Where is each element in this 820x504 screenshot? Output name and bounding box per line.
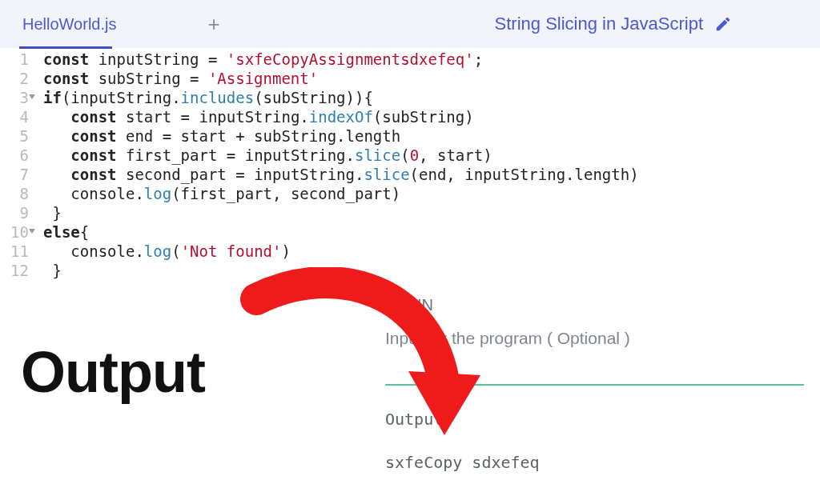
line-number: 1 [0, 50, 37, 69]
line-number: 6 [0, 146, 37, 165]
line-number: 5 [0, 126, 37, 146]
edit-icon[interactable] [714, 15, 732, 33]
code-line[interactable]: } [43, 261, 639, 280]
code-line[interactable]: const subString = 'Assignment' [43, 69, 639, 88]
code-line[interactable]: const start = inputString.indexOf(subStr… [43, 107, 639, 126]
line-number: 4 [0, 107, 37, 126]
stdin-title: STDIN [385, 296, 705, 314]
header-bar: HelloWorld.js + String Slicing in JavaSc… [0, 0, 820, 48]
output-panel: Output: sxfeCopy sdxefeq [385, 384, 804, 472]
annotation-output-label: Output [21, 339, 205, 405]
code-line[interactable]: } [43, 203, 639, 222]
code-line[interactable]: console.log('Not found') [43, 242, 639, 261]
code-line[interactable]: const second_part = inputString.slice(en… [43, 165, 639, 184]
code-line[interactable]: else{ [43, 222, 639, 242]
code-line[interactable]: if(inputString.includes(subString)){ [43, 88, 639, 107]
stdin-placeholder[interactable]: Input for the program ( Optional ) [385, 329, 705, 348]
code-line[interactable]: const end = start + subString.length [43, 126, 639, 146]
output-label: Output: [385, 410, 804, 429]
line-number: 8 [0, 184, 37, 203]
line-number: 3 [0, 88, 37, 107]
line-number: 2 [0, 69, 37, 88]
title-area: String Slicing in JavaScript [495, 0, 732, 48]
code-line[interactable]: const first_part = inputString.slice(0, … [43, 146, 639, 165]
page-title: String Slicing in JavaScript [495, 14, 703, 34]
code-line[interactable]: console.log(first_part, second_part) [43, 184, 639, 203]
file-tab[interactable]: HelloWorld.js [11, 1, 127, 48]
line-number: 12 [0, 261, 37, 280]
line-number: 11 [0, 242, 37, 261]
line-gutter: 123456789101112 [0, 48, 37, 280]
code-editor[interactable]: 123456789101112 const inputString = 'sxf… [0, 48, 820, 280]
tab-underline [19, 46, 112, 49]
add-tab-button[interactable]: + [207, 12, 219, 37]
line-number: 10 [0, 222, 37, 242]
line-number: 7 [0, 165, 37, 184]
code-line[interactable]: const inputString = 'sxfeCopyAssignments… [43, 50, 639, 69]
stdin-panel: STDIN Input for the program ( Optional ) [385, 296, 705, 348]
code-area[interactable]: const inputString = 'sxfeCopyAssignments… [37, 48, 639, 280]
output-divider [385, 384, 804, 386]
line-number: 9 [0, 203, 37, 222]
output-value: sxfeCopy sdxefeq [385, 453, 804, 472]
file-tab-label: HelloWorld.js [22, 15, 116, 33]
